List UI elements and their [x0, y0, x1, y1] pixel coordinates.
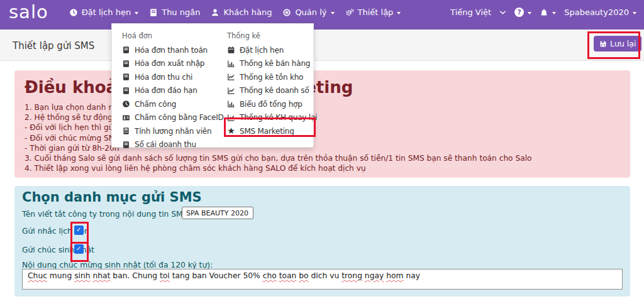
salo-logo[interactable]: salo — [9, 3, 48, 21]
caret-down-icon — [397, 12, 401, 14]
menu-item-label: Hóa đơn thanh toán — [135, 46, 208, 55]
caret-down-icon — [633, 12, 636, 14]
invoice-icon — [122, 46, 130, 54]
navbar-right: Tiếng Việt Spabeauty2020 — [450, 8, 636, 17]
bell-icon — [540, 8, 548, 17]
dropdown-invoice-header: Hoá đơn — [122, 31, 219, 43]
person-icon — [211, 8, 219, 17]
star-icon: ★ — [227, 127, 235, 135]
clock-icon — [122, 100, 130, 108]
caret-down-icon — [135, 12, 138, 14]
caret-down-icon — [331, 12, 335, 14]
terms-line: 3. Cuối tháng Salo sẽ gửi danh sách số l… — [25, 153, 620, 163]
account-name: Spabeauty2020 — [564, 8, 629, 17]
help-menu[interactable] — [514, 8, 531, 17]
terms-panel: Điều khoản sử dụng SMS Marketing 1. Bạn … — [14, 70, 630, 178]
menu-item-sms-marketing[interactable]: ★ SMS Marketing — [227, 124, 312, 138]
caret-down-icon — [528, 12, 531, 14]
invoice-icon — [149, 8, 158, 17]
menu-item-thong-ke-doanh-so[interactable]: Thống kê doanh số — [227, 84, 312, 98]
menu-item-hoa-don-xuat-nhap[interactable]: Hóa đơn xuất nhập — [122, 57, 219, 71]
dropdown-invoice-column: Hoá đơn Hóa đơn thanh toán Hóa đơn xuất … — [122, 31, 219, 151]
menu-item-cham-cong[interactable]: Chấm công — [122, 97, 219, 111]
gear-icon — [345, 8, 354, 17]
menu-item-label: Thống kê KH quay lại — [240, 113, 317, 122]
notifications-menu[interactable] — [540, 8, 556, 17]
menu-item-label: Đặt lịch hẹn — [240, 46, 284, 55]
menu-item-label: Hóa đơn xuất nhập — [135, 59, 204, 68]
navbar-left: salo Đặt lịch hẹn Thu ngân Khách hàng Qu… — [9, 3, 401, 21]
reminder-checkbox[interactable] — [74, 225, 84, 235]
thu-ngan-dropdown-menu: Hoá đơn Hóa đơn thanh toán Hóa đơn xuất … — [111, 23, 314, 148]
nav-item-khach-hang[interactable]: Khách hàng — [211, 8, 272, 17]
wheel-icon — [282, 8, 291, 17]
sms-panel-title: Chọn danh mục gửi SMS — [22, 190, 202, 205]
bar-chart-icon — [227, 100, 235, 108]
nav-item-thiet-lap[interactable]: Thiết lập — [345, 8, 401, 17]
bar-chart-icon — [227, 60, 235, 68]
menu-item-so-cai-doanh-thu[interactable]: Sổ cái doanh thu — [122, 138, 219, 152]
nav-label: Đặt lịch hẹn — [82, 8, 131, 17]
menu-item-label: Thống kê tồn kho — [240, 73, 303, 82]
menu-item-label: Sổ cái doanh thu — [135, 140, 196, 149]
menu-item-label: Chấm công bằng FaceID — [135, 113, 224, 122]
dropdown-stats-header: Thống kê — [227, 31, 312, 43]
menu-item-label: Chấm công — [135, 100, 176, 109]
language-selector[interactable]: Tiếng Việt — [450, 8, 491, 17]
nav-item-quan-ly[interactable]: Quản lý — [282, 8, 334, 17]
menu-item-thong-ke-ban-hang[interactable]: Thống kê bán hàng — [227, 57, 312, 71]
calculator-icon — [122, 127, 130, 135]
line-chart-icon — [227, 87, 235, 95]
account-menu[interactable]: Spabeauty2020 — [564, 8, 636, 17]
language-label: Tiếng Việt — [450, 8, 491, 17]
company-name-input[interactable] — [182, 207, 253, 219]
invoice-icon — [122, 87, 130, 95]
save-icon — [599, 40, 607, 48]
menu-item-label: SMS Marketing — [240, 127, 294, 136]
chevron-down-icon[interactable] — [499, 10, 506, 15]
nav-item-thu-ngan[interactable]: Thu ngân — [149, 8, 200, 17]
clock-icon — [69, 8, 78, 17]
menu-item-hoa-don-thu-chi[interactable]: Hóa đơn thu chi — [122, 70, 219, 84]
page-title: Thiết lập gửi SMS — [13, 40, 94, 52]
menu-item-hoa-don-dao-han[interactable]: Hóa đơn đáo hạn — [122, 84, 219, 98]
line-chart-icon — [227, 73, 235, 81]
menu-item-label: Biểu đồ tổng hợp — [240, 100, 303, 109]
menu-item-label: Hóa đơn đáo hạn — [135, 86, 197, 95]
sms-settings-panel: Chọn danh mục gửi SMS Tên viết tắt công … — [14, 186, 630, 296]
birthday-message-label: Nội dung chúc mừng sinh nhật (tối đa 120… — [22, 261, 213, 269]
save-button-label: Lưu lại — [610, 39, 636, 48]
nav-label: Thiết lập — [358, 8, 394, 17]
calendar-icon — [227, 46, 235, 54]
invoice-icon — [122, 73, 130, 81]
id-card-icon — [122, 114, 130, 122]
nav-label: Khách hàng — [223, 8, 272, 17]
help-icon — [514, 8, 524, 17]
nav-item-dat-lich-hen[interactable]: Đặt lịch hẹn — [69, 8, 139, 17]
invoice-icon — [122, 60, 130, 68]
save-button[interactable]: Lưu lại — [594, 36, 641, 52]
nav-label: Quản lý — [295, 8, 326, 17]
line-chart-icon — [227, 114, 235, 122]
birthday-checkbox[interactable] — [74, 244, 84, 254]
menu-item-bieu-do-tong-hop[interactable]: Biểu đồ tổng hợp — [227, 97, 312, 111]
menu-item-tinh-luong-nhan-vien[interactable]: Tính lương nhân viên — [122, 124, 219, 138]
menu-item-cham-cong-faceid[interactable]: Chấm công bằng FaceID — [122, 111, 219, 125]
invoice-icon — [122, 141, 130, 149]
caret-down-icon — [552, 12, 556, 14]
menu-item-thong-ke-ton-kho[interactable]: Thống kê tồn kho — [227, 70, 312, 84]
menu-item-hoa-don-thanh-toan[interactable]: Hóa đơn thanh toán — [122, 43, 219, 57]
menu-item-label: Hóa đơn thu chi — [135, 73, 192, 82]
menu-item-thong-ke-kh-quay-lai[interactable]: Thống kê KH quay lại — [227, 111, 312, 125]
dropdown-stats-column: Thống kê Đặt lịch hẹn Thống kê bán hàng … — [227, 31, 312, 138]
terms-line: 4. Thiết lập xong vui lòng liên hệ phòng… — [25, 163, 620, 173]
menu-item-label: Tính lương nhân viên — [135, 127, 211, 136]
menu-item-dat-lich-hen[interactable]: Đặt lịch hẹn — [227, 43, 312, 57]
app-root: salo Đặt lịch hẹn Thu ngân Khách hàng Qu… — [0, 0, 644, 304]
menu-item-label: Thống kê bán hàng — [240, 59, 310, 68]
nav-label: Thu ngân — [162, 8, 200, 17]
menu-item-label: Thống kê doanh số — [240, 86, 309, 95]
birthday-message-textarea[interactable]: Chuc mung sinh nhat ban. Chung toi tang … — [22, 269, 623, 290]
navbar: salo Đặt lịch hẹn Thu ngân Khách hàng Qu… — [0, 0, 644, 30]
page-header-bar — [0, 30, 644, 61]
